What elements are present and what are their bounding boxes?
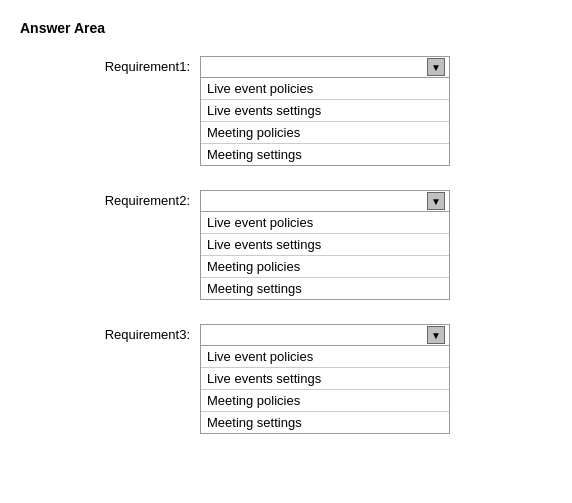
- dropdown-select-2[interactable]: ▼: [200, 190, 450, 212]
- page-title: Answer Area: [20, 20, 552, 36]
- requirement-block-1: Requirement1:▼Live event policiesLive ev…: [20, 56, 552, 166]
- dropdown-arrow-icon-2[interactable]: ▼: [427, 192, 445, 210]
- requirements-container: Requirement1:▼Live event policiesLive ev…: [20, 56, 552, 434]
- dropdown-option-1-2[interactable]: Live events settings: [201, 100, 449, 122]
- requirement-label-1: Requirement1:: [20, 56, 200, 74]
- dropdown-container-1: ▼Live event policiesLive events settings…: [200, 56, 450, 166]
- dropdown-options-2: Live event policiesLive events settingsM…: [200, 212, 450, 300]
- dropdown-option-2-2[interactable]: Live events settings: [201, 234, 449, 256]
- requirement-label-3: Requirement3:: [20, 324, 200, 342]
- dropdown-select-3[interactable]: ▼: [200, 324, 450, 346]
- answer-area-section: Answer Area Requirement1:▼Live event pol…: [20, 20, 552, 434]
- dropdown-options-3: Live event policiesLive events settingsM…: [200, 346, 450, 434]
- dropdown-options-1: Live event policiesLive events settingsM…: [200, 78, 450, 166]
- dropdown-option-2-1[interactable]: Live event policies: [201, 212, 449, 234]
- dropdown-arrow-icon-1[interactable]: ▼: [427, 58, 445, 76]
- dropdown-option-1-3[interactable]: Meeting policies: [201, 122, 449, 144]
- dropdown-option-3-2[interactable]: Live events settings: [201, 368, 449, 390]
- dropdown-option-1-4[interactable]: Meeting settings: [201, 144, 449, 165]
- dropdown-option-2-3[interactable]: Meeting policies: [201, 256, 449, 278]
- dropdown-option-1-1[interactable]: Live event policies: [201, 78, 449, 100]
- requirement-block-2: Requirement2:▼Live event policiesLive ev…: [20, 190, 552, 300]
- dropdown-option-2-4[interactable]: Meeting settings: [201, 278, 449, 299]
- requirement-block-3: Requirement3:▼Live event policiesLive ev…: [20, 324, 552, 434]
- dropdown-container-2: ▼Live event policiesLive events settings…: [200, 190, 450, 300]
- dropdown-option-3-1[interactable]: Live event policies: [201, 346, 449, 368]
- dropdown-option-3-4[interactable]: Meeting settings: [201, 412, 449, 433]
- dropdown-option-3-3[interactable]: Meeting policies: [201, 390, 449, 412]
- dropdown-select-1[interactable]: ▼: [200, 56, 450, 78]
- dropdown-arrow-icon-3[interactable]: ▼: [427, 326, 445, 344]
- dropdown-container-3: ▼Live event policiesLive events settings…: [200, 324, 450, 434]
- requirement-label-2: Requirement2:: [20, 190, 200, 208]
